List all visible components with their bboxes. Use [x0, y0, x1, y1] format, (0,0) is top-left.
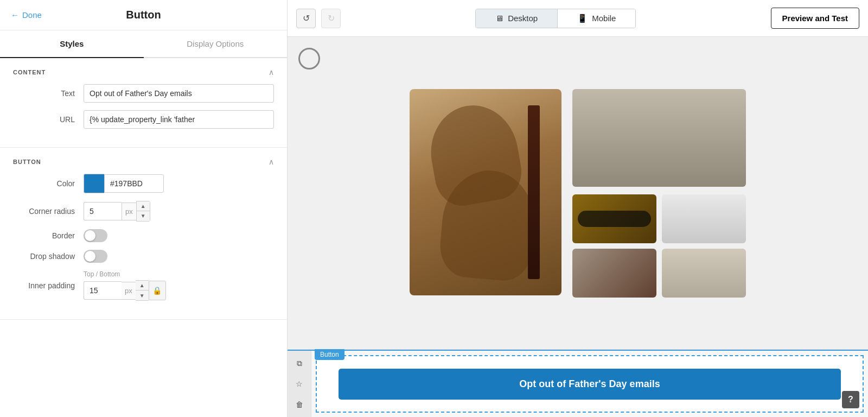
- inner-padding-input[interactable]: [84, 281, 122, 300]
- done-label: Done: [22, 10, 42, 20]
- sunglasses-image: [572, 194, 656, 243]
- done-link[interactable]: ← Done: [11, 10, 42, 20]
- desktop-icon: 🖥: [495, 14, 503, 23]
- border-form-row: Border: [13, 229, 274, 242]
- trash-icon: 🗑: [296, 400, 303, 409]
- inner-padding-form-row: Inner padding Top / Bottom px ▲ ▼ 🔒: [13, 270, 274, 301]
- panel-content: CONTENT ∧ Text URL BUTTON ∧ Color: [0, 58, 287, 417]
- image-area: [288, 37, 868, 349]
- mobile-label: Mobile: [592, 14, 616, 23]
- preview-and-test-button[interactable]: Preview and Test: [771, 8, 859, 29]
- right-column: [572, 89, 746, 298]
- star-icon: ☆: [296, 380, 303, 388]
- inner-padding-label: Inner padding: [13, 281, 84, 290]
- corner-unit: px: [122, 203, 136, 220]
- canvas-area: Button ⧉ ☆ 🗑 Opt out of Father's Day ema…: [288, 37, 868, 417]
- color-label: Color: [13, 179, 84, 188]
- copy-tool[interactable]: ⧉: [291, 355, 308, 371]
- content-section-header: CONTENT ∧: [13, 58, 274, 84]
- button-tag: Button: [315, 349, 344, 360]
- trash-tool[interactable]: 🗑: [291, 396, 308, 413]
- content-section: CONTENT ∧ Text URL: [0, 58, 287, 148]
- content-chevron-icon[interactable]: ∧: [269, 68, 274, 77]
- copy-icon: ⧉: [297, 359, 302, 368]
- padding-stepper: ▲ ▼: [136, 280, 149, 301]
- drop-shadow-label: Drop shadow: [13, 252, 84, 261]
- sunglasses-shape: [578, 211, 651, 227]
- corner-radius-stepper: ▲ ▼: [136, 201, 150, 222]
- redo-button[interactable]: ↻: [321, 9, 341, 28]
- button-preview-area: Button ⧉ ☆ 🗑 Opt out of Father's Day ema…: [288, 349, 868, 417]
- panel-title: Button: [126, 9, 161, 21]
- panel-header: ← Done Button: [0, 0, 287, 30]
- url-input[interactable]: [84, 110, 274, 129]
- left-panel: ← Done Button Styles Display Options CON…: [0, 0, 288, 417]
- padding-increment[interactable]: ▲: [136, 281, 149, 290]
- redo-icon: ↻: [328, 13, 335, 23]
- drop-shadow-toggle[interactable]: [84, 250, 107, 263]
- panel-tabs: Styles Display Options: [0, 30, 287, 58]
- text-input[interactable]: [84, 84, 274, 103]
- border-toggle-knob: [85, 230, 95, 241]
- star-tool[interactable]: ☆: [291, 376, 308, 392]
- tab-styles[interactable]: Styles: [0, 30, 144, 57]
- watch-image: [572, 249, 656, 298]
- inner-padding-control: Top / Bottom px ▲ ▼ 🔒: [84, 270, 166, 301]
- inner-padding-sublabel: Top / Bottom: [84, 270, 166, 278]
- right-area: ↺ ↻ 🖥 Desktop 📱 Mobile Preview and Test: [288, 0, 868, 417]
- product-grid: [388, 67, 768, 319]
- url-label: URL: [13, 115, 84, 124]
- belt-image: [528, 105, 540, 279]
- text-label: Text: [13, 89, 84, 98]
- device-tabs: 🖥 Desktop 📱 Mobile: [475, 9, 636, 28]
- mobile-tab[interactable]: 📱 Mobile: [558, 9, 635, 28]
- tshirt-image: [662, 194, 746, 243]
- top-bar: ↺ ↻ 🖥 Desktop 📱 Mobile Preview and Test: [288, 0, 868, 37]
- extra-item: [662, 249, 746, 298]
- arrow-left-icon: ←: [11, 10, 19, 20]
- accessories-grid: [572, 194, 746, 298]
- url-form-row: URL: [13, 110, 274, 129]
- preview-label: Preview and Test: [782, 14, 848, 23]
- button-preview-row: ⧉ ☆ 🗑 Opt out of Father's Day emails: [288, 350, 868, 417]
- border-label: Border: [13, 231, 84, 240]
- undo-icon: ↺: [303, 13, 310, 23]
- tab-display-options[interactable]: Display Options: [144, 30, 288, 57]
- color-form-row: Color: [13, 174, 274, 193]
- side-tools: ⧉ ☆ 🗑: [288, 351, 311, 417]
- button-chevron-icon[interactable]: ∧: [269, 157, 274, 166]
- padding-decrement[interactable]: ▼: [136, 290, 149, 300]
- padding-input-row: px ▲ ▼ 🔒: [84, 280, 166, 301]
- button-section: BUTTON ∧ Color Corner radius px ▲: [0, 148, 287, 320]
- help-icon: ?: [848, 395, 853, 405]
- text-form-row: Text: [13, 84, 274, 103]
- corner-radius-decrement[interactable]: ▼: [137, 211, 150, 221]
- watch-face: [298, 48, 320, 70]
- drop-shadow-form-row: Drop shadow: [13, 250, 274, 263]
- pants-image: [572, 89, 746, 187]
- desktop-tab[interactable]: 🖥 Desktop: [476, 9, 558, 28]
- mobile-icon: 📱: [577, 14, 588, 23]
- corner-radius-control: px ▲ ▼: [84, 201, 150, 222]
- border-toggle[interactable]: [84, 229, 107, 242]
- drop-shadow-toggle-knob: [85, 251, 95, 262]
- desktop-label: Desktop: [508, 14, 538, 23]
- color-swatch[interactable]: [84, 174, 104, 193]
- corner-radius-input[interactable]: [84, 202, 122, 220]
- help-button[interactable]: ?: [842, 391, 859, 408]
- boots-column: [410, 89, 561, 295]
- button-container: Opt out of Father's Day emails: [316, 355, 864, 413]
- email-button[interactable]: Opt out of Father's Day emails: [339, 369, 841, 400]
- corner-radius-form-row: Corner radius px ▲ ▼: [13, 201, 274, 222]
- padding-unit: px: [122, 282, 136, 300]
- color-picker: [84, 174, 164, 193]
- content-section-title: CONTENT: [13, 69, 46, 75]
- corner-radius-increment[interactable]: ▲: [137, 201, 150, 211]
- color-hex-input[interactable]: [104, 174, 164, 193]
- undo-button[interactable]: ↺: [296, 9, 316, 28]
- padding-lock-button[interactable]: 🔒: [149, 281, 166, 300]
- button-section-header: BUTTON ∧: [13, 148, 274, 174]
- corner-radius-label: Corner radius: [13, 207, 84, 216]
- button-section-title: BUTTON: [13, 159, 41, 165]
